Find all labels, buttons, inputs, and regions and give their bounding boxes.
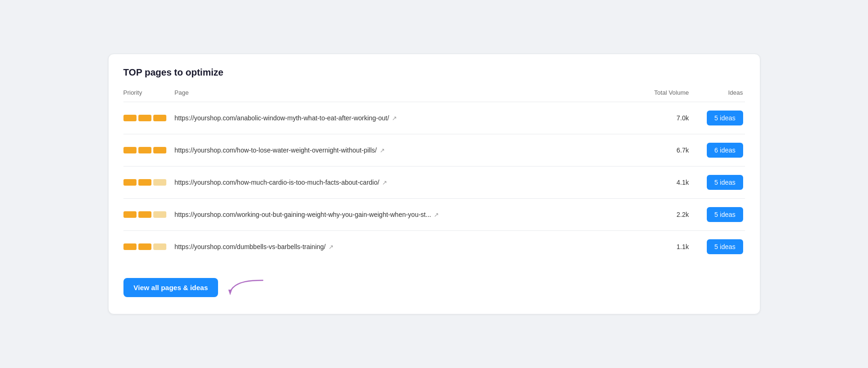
priority-bar-empty (153, 211, 166, 218)
priority-cell (123, 167, 175, 199)
priority-bars (123, 243, 175, 250)
priority-bar-filled (138, 243, 151, 250)
page-url-link[interactable]: https://yourshop.com/working-out-but-gai… (175, 211, 629, 218)
ideas-button[interactable]: 5 ideas (707, 207, 743, 222)
top-pages-card: TOP pages to optimize Priority Page Tota… (108, 54, 760, 314)
page-url-text: https://yourshop.com/how-much-cardio-is-… (175, 179, 380, 186)
ideas-cell: 5 ideas (689, 167, 745, 199)
priority-bar-filled (123, 147, 137, 153)
table-row: https://yourshop.com/how-much-cardio-is-… (123, 167, 745, 199)
volume-cell: 2.2k (629, 199, 689, 231)
ideas-cell: 5 ideas (689, 199, 745, 231)
table-row: https://yourshop.com/working-out-but-gai… (123, 199, 745, 231)
external-link-icon: ↗︎ (434, 211, 439, 218)
page-url-cell: https://yourshop.com/working-out-but-gai… (175, 199, 629, 231)
arrow-decoration (226, 276, 267, 299)
priority-cell (123, 231, 175, 263)
external-link-icon: ↗︎ (328, 243, 334, 250)
ideas-cell: 5 ideas (689, 231, 745, 263)
ideas-button[interactable]: 5 ideas (707, 175, 743, 190)
svg-marker-0 (228, 290, 232, 295)
page-url-link[interactable]: https://yourshop.com/anabolic-window-myt… (175, 114, 629, 122)
external-link-icon: ↗︎ (380, 147, 385, 154)
page-url-text: https://yourshop.com/working-out-but-gai… (175, 211, 431, 218)
page-url-text: https://yourshop.com/anabolic-window-myt… (175, 114, 390, 122)
priority-bar-filled (138, 147, 151, 153)
ideas-button[interactable]: 5 ideas (707, 111, 743, 125)
priority-bar-filled (123, 211, 137, 218)
view-all-button[interactable]: View all pages & ideas (123, 278, 219, 297)
priority-bar-filled (138, 179, 151, 186)
external-link-icon: ↗︎ (392, 115, 397, 122)
volume-cell: 7.0k (629, 102, 689, 134)
col-header-priority: Priority (123, 89, 175, 102)
priority-bar-filled (153, 115, 166, 121)
ideas-button[interactable]: 6 ideas (707, 143, 743, 158)
priority-bars (123, 115, 175, 121)
ideas-cell: 5 ideas (689, 102, 745, 134)
page-url-cell: https://yourshop.com/dumbbells-vs-barbel… (175, 231, 629, 263)
col-header-volume: Total Volume (629, 89, 689, 102)
priority-cell (123, 102, 175, 134)
page-url-cell: https://yourshop.com/anabolic-window-myt… (175, 102, 629, 134)
table-row: https://yourshop.com/how-to-lose-water-w… (123, 134, 745, 167)
page-url-text: https://yourshop.com/dumbbells-vs-barbel… (175, 243, 326, 250)
table-row: https://yourshop.com/anabolic-window-myt… (123, 102, 745, 134)
ideas-button[interactable]: 5 ideas (707, 239, 743, 254)
col-header-page: Page (175, 89, 629, 102)
priority-cell (123, 134, 175, 167)
priority-bar-empty (153, 179, 166, 186)
priority-bar-filled (138, 115, 151, 121)
priority-bar-empty (153, 243, 166, 250)
col-header-ideas: Ideas (689, 89, 745, 102)
priority-bars (123, 211, 175, 218)
external-link-icon: ↗︎ (382, 179, 387, 186)
page-url-text: https://yourshop.com/how-to-lose-water-w… (175, 146, 377, 154)
card-title: TOP pages to optimize (123, 67, 745, 78)
priority-bar-filled (153, 147, 166, 153)
page-url-cell: https://yourshop.com/how-to-lose-water-w… (175, 134, 629, 167)
priority-bar-filled (123, 243, 137, 250)
volume-cell: 4.1k (629, 167, 689, 199)
priority-bars (123, 179, 175, 186)
volume-cell: 1.1k (629, 231, 689, 263)
page-url-link[interactable]: https://yourshop.com/how-much-cardio-is-… (175, 179, 629, 186)
pages-table: Priority Page Total Volume Ideas https:/… (123, 89, 745, 263)
footer-row: View all pages & ideas (123, 276, 745, 299)
priority-bars (123, 147, 175, 153)
ideas-cell: 6 ideas (689, 134, 745, 167)
priority-bar-filled (123, 115, 137, 121)
priority-bar-filled (123, 179, 137, 186)
page-url-link[interactable]: https://yourshop.com/dumbbells-vs-barbel… (175, 243, 629, 250)
page-url-cell: https://yourshop.com/how-much-cardio-is-… (175, 167, 629, 199)
table-row: https://yourshop.com/dumbbells-vs-barbel… (123, 231, 745, 263)
priority-bar-filled (138, 211, 151, 218)
volume-cell: 6.7k (629, 134, 689, 167)
page-url-link[interactable]: https://yourshop.com/how-to-lose-water-w… (175, 146, 629, 154)
priority-cell (123, 199, 175, 231)
